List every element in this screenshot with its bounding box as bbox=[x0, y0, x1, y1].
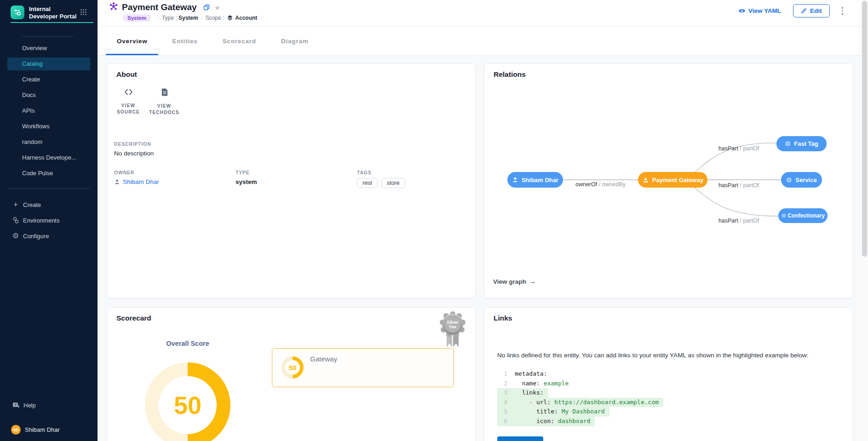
sidebar-accent-divider bbox=[11, 22, 93, 23]
environments-label: Environments bbox=[23, 217, 59, 224]
sidebar-item-code-pulse[interactable]: Code Pulse bbox=[0, 166, 98, 181]
scrollbar-thumb[interactable] bbox=[862, 1, 867, 257]
tag-chip[interactable]: store bbox=[381, 178, 405, 188]
entity-header: Payment Gateway ★ System · Type : System… bbox=[98, 0, 868, 27]
sidebar-item-catalog[interactable]: Catalog bbox=[7, 57, 90, 70]
tab-overview[interactable]: Overview bbox=[106, 27, 158, 55]
person-icon bbox=[114, 179, 120, 185]
user-name: Shibam Dhar bbox=[25, 426, 60, 433]
more-options-icon[interactable] bbox=[840, 5, 845, 17]
edge-label-haspart-1: hasPart / partOf bbox=[711, 145, 766, 152]
help-icon: ? bbox=[12, 401, 20, 409]
sidebar-item-create[interactable]: Create bbox=[0, 72, 98, 87]
code-icon bbox=[124, 88, 133, 98]
help-button[interactable]: ? Help bbox=[12, 401, 36, 409]
tab-entities[interactable]: Entities bbox=[161, 27, 208, 55]
sidebar-item-random[interactable]: random bbox=[0, 134, 98, 150]
view-source-button[interactable]: VIEW SOURCE bbox=[109, 88, 148, 115]
sidebar-item-workflows[interactable]: Workflows bbox=[0, 119, 98, 134]
edge-label-haspart-2: hasPart / partOf bbox=[711, 182, 766, 189]
svg-text:Silver: Silver bbox=[447, 320, 459, 325]
sidebar-divider bbox=[22, 36, 74, 37]
scope-label: Scope : bbox=[206, 15, 224, 21]
favorite-star-icon[interactable]: ★ bbox=[214, 4, 220, 11]
view-graph-link[interactable]: View graph → bbox=[493, 277, 536, 286]
relation-node-shibam-dhar[interactable]: Shibam Dhar bbox=[507, 172, 563, 188]
view-techdocs-label: VIEW TECHDOCS bbox=[145, 103, 184, 116]
view-techdocs-button[interactable]: VIEW TECHDOCS bbox=[145, 88, 184, 116]
about-card: About VIEW SOURCE VIEW TECHDOCS DESCRI bbox=[107, 63, 476, 298]
tab-diagram[interactable]: Diagram bbox=[270, 27, 320, 55]
help-label: Help bbox=[23, 402, 36, 409]
description-value: No description bbox=[114, 150, 154, 157]
person-icon bbox=[512, 177, 518, 183]
code-line-3: 3 links: bbox=[484, 388, 853, 398]
sidebar-item-docs[interactable]: Docs bbox=[0, 87, 98, 103]
relation-node-confectionary[interactable]: Confectionary bbox=[778, 208, 828, 223]
arrow-right-icon: → bbox=[529, 277, 536, 286]
edit-label: Edit bbox=[810, 7, 822, 14]
gateway-score-donut: 50 bbox=[282, 356, 304, 378]
sidebar-item-overview[interactable]: Overview bbox=[0, 40, 98, 56]
type-field-value: system bbox=[236, 178, 257, 185]
page-title: Payment Gateway bbox=[122, 2, 197, 12]
relation-node-service[interactable]: Service bbox=[781, 172, 822, 188]
gateway-scorecard[interactable]: 50 Gateway bbox=[272, 348, 454, 387]
overall-score-label: Overall Score bbox=[142, 340, 234, 347]
code-line-4: 4 - url: https://dashboard.example.com bbox=[484, 398, 853, 407]
read-more-button[interactable]: Read more bbox=[497, 436, 543, 441]
tag-chip[interactable]: rest bbox=[357, 178, 378, 188]
sidebar-create-button[interactable]: + Create bbox=[0, 197, 98, 212]
gateway-scorecard-name: Gateway bbox=[310, 355, 337, 363]
sidebar-configure[interactable]: ⚙ Configure bbox=[0, 228, 98, 244]
owner-link[interactable]: Shibam Dhar bbox=[114, 178, 159, 185]
sidebar-divider-2 bbox=[7, 189, 90, 189]
relation-node-payment-gateway[interactable]: Payment Gateway bbox=[638, 172, 707, 188]
portal-title: Internal Developer Portal bbox=[29, 6, 80, 20]
tags-label: TAGS bbox=[357, 170, 405, 175]
edge-label-owner: ownerOf / ownedBy bbox=[563, 181, 638, 188]
svg-text:?: ? bbox=[14, 403, 17, 407]
sidebar-environments[interactable]: Environments bbox=[0, 212, 98, 228]
sidebar-utility: + Create Environments ⚙ Configure bbox=[0, 197, 98, 244]
svg-text:Tier: Tier bbox=[448, 324, 457, 329]
relations-card: Relations Shibam Dhar Payment Gateway bbox=[484, 63, 853, 298]
scope-value: Account bbox=[235, 15, 257, 21]
gateway-score-value: 50 bbox=[289, 364, 297, 372]
chip-icon bbox=[785, 141, 791, 147]
yaml-example-code: 1metadata: 2 name: example 3 links: 4 - … bbox=[484, 369, 853, 426]
kind-badge: System bbox=[123, 14, 151, 22]
description-label: DESCRIPTION bbox=[114, 141, 154, 147]
edit-button[interactable]: Edit bbox=[793, 4, 830, 17]
avatar: SD bbox=[11, 425, 21, 435]
view-yaml-button[interactable]: View YAML bbox=[738, 7, 781, 14]
create-label: Create bbox=[23, 201, 41, 208]
relation-node-fast-tag[interactable]: Fast Tag bbox=[776, 136, 827, 151]
scrollbar-track bbox=[861, 0, 868, 441]
chip-icon bbox=[786, 177, 792, 183]
type-label: Type : bbox=[162, 15, 177, 21]
code-line-5: 5 title: My Dashboard bbox=[484, 407, 853, 417]
account-scope-icon bbox=[227, 15, 233, 21]
tab-scorecard[interactable]: Scorecard bbox=[212, 27, 267, 55]
configure-label: Configure bbox=[23, 233, 49, 240]
user-menu[interactable]: SD Shibam Dhar bbox=[11, 425, 60, 435]
overview-content: About VIEW SOURCE VIEW TECHDOCS DESCRI bbox=[98, 55, 868, 441]
document-icon bbox=[161, 88, 168, 98]
sidebar-item-harness-developer[interactable]: Harness Develope... bbox=[0, 150, 98, 166]
copy-icon[interactable] bbox=[203, 4, 210, 11]
view-yaml-label: View YAML bbox=[748, 7, 781, 14]
pencil-icon bbox=[801, 8, 807, 14]
sidebar-item-apis[interactable]: APIs bbox=[0, 103, 98, 119]
system-entity-icon bbox=[109, 2, 118, 13]
app-grid-icon[interactable] bbox=[80, 9, 87, 17]
sidebar-nav: Overview Catalog Create Docs APIs Workfl… bbox=[0, 40, 98, 181]
chip-icon bbox=[781, 213, 787, 218]
owner-label: OWNER bbox=[114, 170, 159, 175]
system-shapes-icon bbox=[642, 177, 649, 183]
links-title: Links bbox=[494, 314, 512, 322]
code-line-1: 1metadata: bbox=[484, 369, 853, 379]
type-field-label: TYPE bbox=[236, 170, 257, 175]
scorecard-title: Scorecard bbox=[116, 314, 151, 322]
overall-score-value: 50 bbox=[174, 391, 201, 419]
